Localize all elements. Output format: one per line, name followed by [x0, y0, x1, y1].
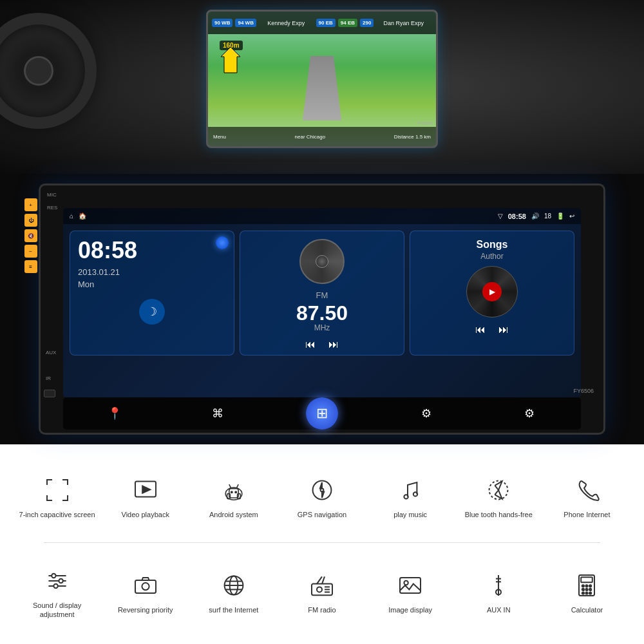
unit-body: MIC RES + ⏻ 🔇 − ≡ AUX IR ⌂ 🏠 ▽ 08:58 — [39, 184, 605, 435]
svg-point-51 — [582, 592, 584, 594]
aux-label: AUX — [46, 350, 56, 355]
svg-point-48 — [582, 589, 584, 591]
globe-icon — [218, 569, 250, 601]
feature-phone: Phone Internet — [545, 474, 629, 519]
fm-prev-btn[interactable]: ⏮ — [305, 339, 316, 350]
phone-icon — [571, 474, 603, 506]
music-disc: ▶ — [466, 266, 518, 317]
back-icon[interactable]: ↩ — [569, 213, 574, 220]
feature-gps: GPS navigation — [280, 474, 364, 519]
video-label: Video playback — [122, 510, 169, 519]
nav-near: near Chicago — [295, 134, 326, 140]
calculator-label: Calculator — [571, 605, 603, 614]
divider — [44, 542, 600, 543]
status-time: 08:58 — [508, 213, 526, 220]
svg-rect-44 — [582, 577, 593, 582]
kennedy-label: Kennedy Expy — [257, 20, 316, 26]
feature-internet: surf the Internet — [192, 569, 276, 614]
music-vinyl: ▶ — [466, 266, 518, 317]
sound-label: Sound / display adjustment — [15, 601, 99, 620]
status-bar-left-icons: ⌂ 🏠 — [70, 213, 86, 220]
power-btn[interactable]: ⏻ — [24, 214, 37, 227]
bluetooth-icon — [482, 474, 515, 506]
status-bar: ⌂ 🏠 ▽ 08:58 🔊 18 🔋 ↩ — [63, 208, 581, 224]
music-controls: ⏮ ⏭ — [418, 324, 566, 336]
settings-nav-btn[interactable]: ⚙ — [412, 399, 441, 428]
home-fill-icon[interactable]: 🏠 — [79, 213, 86, 220]
svg-point-52 — [586, 592, 588, 594]
moon-button[interactable]: ☽ — [139, 299, 165, 325]
nav-top-bar: 90 WB 94 WB Kennedy Expy 90 EB 94 EB 290… — [208, 12, 436, 34]
reversing-label: Reversing priority — [118, 605, 173, 614]
svg-point-49 — [586, 589, 588, 591]
bluetooth-nav-btn[interactable]: ⌘ — [203, 399, 232, 428]
svg-rect-37 — [400, 578, 421, 593]
svg-point-20 — [52, 574, 55, 578]
svg-point-14 — [404, 495, 408, 498]
fm-band-label: FM — [316, 290, 328, 300]
music-author: Author — [418, 252, 566, 261]
menu-btn[interactable]: ≡ — [24, 260, 37, 273]
left-buttons-container: + ⏻ 🔇 − ≡ — [23, 198, 39, 424]
phone-label: Phone Internet — [564, 510, 610, 519]
music-play-button[interactable]: ▶ — [482, 282, 502, 301]
bluetooth-label: Blue tooth hands-free — [465, 510, 533, 519]
compass-icon — [306, 474, 338, 506]
aux-icon — [482, 569, 515, 601]
nav-direction-arrow — [218, 44, 243, 79]
features-section: 7-inch capacitive screen Video playback — [0, 444, 644, 644]
car-photo-section: 90 WB 94 WB Kennedy Expy 90 EB 94 EB 290… — [0, 0, 644, 174]
image-label: Image display — [388, 605, 432, 614]
android-label: Android system — [209, 510, 258, 519]
wifi-icon: ▽ — [498, 213, 503, 220]
svg-marker-13 — [322, 491, 324, 498]
vol-up-btn[interactable]: + — [24, 198, 37, 211]
svg-point-21 — [59, 579, 62, 583]
svg-marker-1 — [142, 486, 150, 493]
fm-next-btn[interactable]: ⏭ — [328, 339, 339, 350]
image-icon — [394, 569, 426, 601]
internet-label: surf the Internet — [209, 605, 258, 614]
gps-label: GPS navigation — [298, 510, 346, 519]
feature-music: play music — [368, 474, 452, 519]
extra-settings-btn[interactable]: ⚙ — [515, 399, 544, 428]
music-prev-btn[interactable]: ⏮ — [475, 324, 486, 336]
nav-screen-display: 90 WB 94 WB Kennedy Expy 90 EB 94 EB 290… — [208, 12, 436, 146]
usb-port — [44, 390, 55, 397]
route-badge-94wb: 94 WB — [235, 19, 256, 27]
home-nav-btn[interactable]: ⊞ — [306, 397, 338, 430]
feature-android: Android system — [192, 474, 276, 519]
feature-screen-size: 7-inch capacitive screen — [15, 474, 99, 519]
music-note-icon — [394, 474, 426, 506]
dashboard-unit: MIC RES + ⏻ 🔇 − ≡ AUX IR ⌂ 🏠 ▽ 08:58 — [0, 174, 644, 444]
radio-label: FM radio — [308, 605, 336, 614]
fm-frequency: 87.50 — [296, 303, 348, 323]
clock-panel: 08:58 2013.01.21 Mon ☽ — [70, 231, 234, 355]
fm-unit: MHz — [314, 323, 330, 332]
feature-sound: Sound / display adjustment — [15, 565, 99, 620]
home-icon[interactable]: ⌂ — [70, 213, 73, 220]
mute-btn[interactable]: 🔇 — [24, 229, 37, 242]
svg-point-31 — [317, 587, 322, 592]
screen-size-label: 7-inch capacitive screen — [19, 510, 95, 519]
music-next-btn[interactable]: ⏭ — [498, 324, 509, 336]
nav-menu[interactable]: Menu — [213, 134, 226, 140]
feature-aux: AUX IN — [457, 569, 540, 614]
route-badge-290: 290 — [360, 19, 374, 27]
feature-image: Image display — [368, 569, 452, 614]
svg-line-35 — [317, 576, 322, 583]
fm-panel: FM 87.50 MHz ⏮ ⏭ — [240, 231, 404, 355]
gps-nav-btn[interactable]: 📍 — [100, 399, 129, 428]
nav-road-visual — [303, 56, 341, 120]
sliders-icon — [41, 565, 73, 597]
svg-point-53 — [589, 592, 591, 594]
res-label: RES — [47, 205, 57, 211]
nav-model-label: FY6506 — [417, 121, 433, 126]
blue-indicator — [216, 236, 229, 249]
android-icon — [218, 474, 250, 506]
model-label: FY6506 — [573, 388, 594, 394]
route-badge-90eb: 90 EB — [316, 19, 336, 27]
aux-in-label: AUX IN — [487, 605, 511, 614]
vol-down-btn[interactable]: − — [24, 245, 37, 258]
features-row-1: 7-inch capacitive screen Video playback — [13, 451, 631, 542]
